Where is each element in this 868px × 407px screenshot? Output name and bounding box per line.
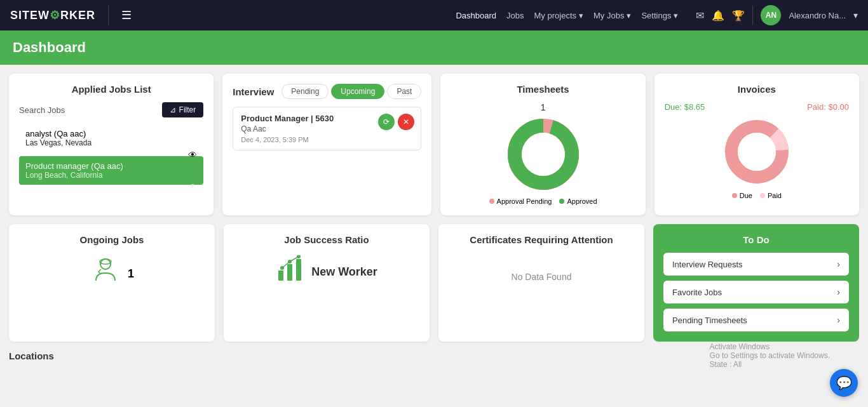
row-2: Ongoing Jobs 1 Job Success Ratio — [9, 224, 859, 342]
interview-decline-btn[interactable]: ✕ — [398, 114, 414, 130]
eye-icon-2[interactable]: 👁 — [188, 182, 197, 192]
job-success-title: Job Success Ratio — [234, 234, 419, 245]
tab-upcoming[interactable]: Upcoming — [331, 84, 384, 99]
job-list: analyst (Qa aac) Las Vegas, Nevada 👁 Pro… — [19, 124, 203, 185]
applied-jobs-title: Applied Jobs List — [19, 84, 203, 95]
certificates-no-data: No Data Found — [449, 253, 634, 301]
timesheets-card: Timesheets 1 Approval Pending Approved — [440, 74, 645, 215]
job-item-2[interactable]: Product manager (Qa aac) Long Beach, Cal… — [19, 156, 203, 185]
interview-tabs: Interview Pending Upcoming Past — [233, 84, 421, 99]
worker-svg — [90, 255, 121, 287]
chat-icon: 💬 — [836, 375, 852, 377]
job-item-1[interactable]: analyst (Qa aac) Las Vegas, Nevada 👁 — [19, 124, 203, 152]
filter-icon: ⊿ — [170, 105, 176, 114]
row-1: Applied Jobs List Search Jobs ⊿ Filter a… — [9, 74, 859, 215]
todo-item-interview-requests[interactable]: Interview Requests › — [663, 253, 849, 276]
todo-card: To Do Interview Requests › Favorite Jobs… — [653, 224, 859, 342]
navbar: SITEW⚙RKER ☰ Dashboard Jobs My projects … — [0, 0, 868, 30]
email-icon[interactable]: ✉ — [696, 10, 704, 22]
user-dropdown-icon[interactable]: ▾ — [853, 10, 858, 20]
hamburger-icon[interactable]: ☰ — [121, 8, 132, 22]
svg-point-5 — [738, 133, 776, 171]
interview-actions: ⟳ ✕ — [378, 114, 414, 130]
ongoing-jobs-title: Ongoing Jobs — [19, 234, 205, 245]
timesheets-title: Timesheets — [451, 84, 635, 95]
tab-past[interactable]: Past — [387, 84, 421, 99]
navbar-divider — [108, 6, 109, 25]
filter-button[interactable]: ⊿ Filter — [162, 102, 204, 117]
search-label: Search Jobs — [19, 105, 65, 115]
worker-display: 1 — [19, 255, 205, 293]
interview-accept-btn[interactable]: ⟳ — [378, 114, 395, 130]
invoice-paid-value: $0.00 — [828, 102, 849, 112]
navbar-divider-2 — [752, 6, 753, 25]
eye-icon-1[interactable]: 👁 — [188, 150, 197, 160]
page-header: Dashboard — [0, 30, 868, 65]
username[interactable]: Alexandro Na... — [789, 11, 846, 20]
logo-accent: ⚙ — [50, 9, 60, 22]
svg-rect-8 — [278, 270, 283, 281]
nav-settings[interactable]: Settings ▾ — [641, 11, 678, 20]
invoices-chart — [722, 117, 792, 187]
timesheets-donut: 1 Approval Pending Approved — [451, 102, 635, 205]
interview-card: Interview Pending Upcoming Past Product … — [222, 74, 431, 215]
invoices-donut: Due Paid — [665, 117, 849, 199]
inv-legend-paid: Paid — [760, 192, 782, 199]
legend-approved-dot — [559, 199, 564, 204]
todo-item-favorite-jobs[interactable]: Favorite Jobs › — [663, 281, 849, 304]
todo-title: To Do — [663, 234, 849, 245]
legend-pending-dot — [489, 199, 494, 204]
nav-jobs[interactable]: Jobs — [506, 11, 524, 20]
legend-approved-label: Approved — [567, 197, 597, 205]
timesheets-count: 1 — [541, 102, 546, 112]
inv-legend-due: Due — [732, 192, 752, 199]
todo-label-0: Interview Requests — [672, 260, 743, 269]
invoices-card: Invoices Due: $8.65 Paid: $0.00 — [654, 74, 859, 215]
nav-dashboard[interactable]: Dashboard — [456, 11, 496, 20]
legend-approved: Approved — [559, 197, 597, 205]
job-name-1: analyst (Qa aac) — [25, 129, 197, 138]
job-name-2: Product manager (Qa aac) — [25, 161, 197, 171]
new-worker-display: ★ New Worker — [234, 255, 419, 289]
chevron-icon-2: › — [837, 315, 840, 325]
ongoing-jobs-card: Ongoing Jobs 1 — [9, 224, 215, 342]
main-content: Applied Jobs List Search Jobs ⊿ Filter a… — [0, 65, 868, 377]
inv-legend-due-label: Due — [740, 192, 752, 199]
todo-label-2: Pending Timesheets — [672, 316, 747, 325]
page-title: Dashboard — [13, 39, 86, 55]
chevron-icon-1: › — [837, 287, 840, 297]
applied-jobs-card: Applied Jobs List Search Jobs ⊿ Filter a… — [9, 74, 214, 215]
interview-item-date: Dec 4, 2023, 5:39 PM — [241, 136, 413, 143]
nav-myjobs[interactable]: My Jobs ▾ — [593, 11, 631, 20]
ongoing-count: 1 — [128, 267, 134, 281]
todo-item-pending-timesheets[interactable]: Pending Timesheets › — [663, 309, 849, 331]
tab-pending[interactable]: Pending — [281, 84, 329, 99]
invoices-legend: Due Paid — [732, 192, 782, 199]
new-worker-label: New Worker — [311, 265, 377, 279]
svg-rect-9 — [287, 264, 292, 281]
navbar-links: Dashboard Jobs My projects ▾ My Jobs ▾ S… — [456, 11, 678, 20]
svg-point-2 — [522, 133, 565, 176]
job-location-1: Las Vegas, Nevada — [25, 138, 197, 147]
interview-title: Interview — [233, 86, 274, 97]
bell-icon[interactable]: 🔔 — [712, 10, 724, 22]
svg-text:★: ★ — [295, 261, 299, 267]
inv-legend-paid-label: Paid — [768, 192, 782, 199]
search-row: Search Jobs ⊿ Filter — [19, 102, 203, 117]
locations-title: Locations — [9, 350, 859, 361]
job-success-card: Job Success Ratio ★ — [224, 224, 430, 342]
timesheets-legend: Approval Pending Approved — [489, 197, 597, 205]
worker-icon — [90, 255, 121, 293]
invoices-title: Invoices — [665, 84, 849, 95]
nav-myprojects[interactable]: My projects ▾ — [534, 11, 583, 20]
invoice-due-value: $8.65 — [684, 102, 705, 112]
job-location-2: Long Beach, California — [25, 171, 197, 180]
inv-legend-paid-dot — [760, 193, 765, 198]
avatar: AN — [761, 5, 781, 25]
svg-point-15 — [297, 255, 301, 258]
chart-svg: ★ — [276, 255, 304, 283]
certificates-title: Certificates Requiring Attention — [449, 234, 634, 245]
trophy-icon[interactable]: 🏆 — [732, 10, 745, 22]
legend-pending: Approval Pending — [489, 197, 552, 205]
invoice-header: Due: $8.65 Paid: $0.00 — [665, 102, 849, 112]
